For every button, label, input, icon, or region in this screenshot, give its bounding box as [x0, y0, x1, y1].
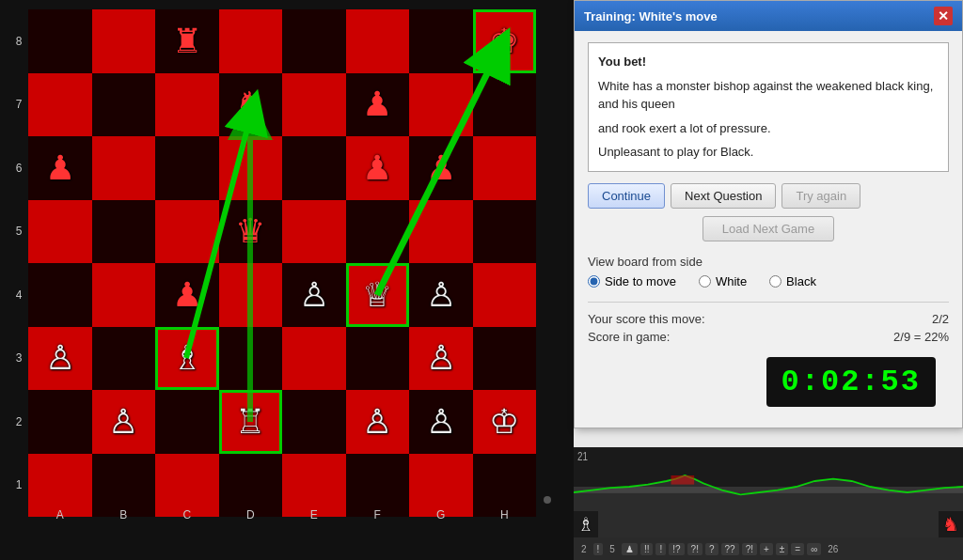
square-e2[interactable]	[282, 390, 346, 454]
chess-board[interactable]: ♜ ♚ ♞ ♟ ♟ ♟ ♟	[28, 9, 536, 517]
square-h3[interactable]	[473, 327, 537, 391]
square-c5[interactable]	[155, 200, 219, 264]
square-h2[interactable]: ♔	[473, 390, 537, 454]
square-a8[interactable]	[28, 9, 92, 73]
notation-item-1: !	[593, 543, 604, 555]
square-g2[interactable]: ♙	[409, 390, 473, 454]
square-g7[interactable]	[409, 73, 473, 137]
square-d3[interactable]	[219, 327, 283, 391]
square-f6[interactable]: ♟	[346, 136, 410, 200]
notation-item-2: !!	[640, 543, 654, 555]
radio-black[interactable]: Black	[769, 274, 816, 288]
square-f7[interactable]: ♟	[346, 73, 410, 137]
notation-item-12: ∞	[807, 543, 821, 555]
score-this-move-row: Your score this move: 2/2	[588, 312, 949, 326]
continue-button[interactable]: Continue	[588, 183, 665, 209]
score-section: Your score this move: 2/2 Score in game:…	[588, 312, 949, 344]
divider	[588, 302, 949, 303]
square-a2[interactable]	[28, 390, 92, 454]
square-b4[interactable]	[92, 263, 156, 327]
radio-group: Side to move White Black	[588, 274, 949, 288]
square-e3[interactable]	[282, 327, 346, 391]
timer-display: 0:02:53	[766, 357, 936, 407]
square-c8[interactable]: ♜	[155, 9, 219, 73]
board-container: 8 7 6 5 4 3 2 1 ♜ ♚ ♞ ♟	[9, 9, 555, 524]
thumb-knight: ♞	[942, 513, 959, 536]
square-a7[interactable]	[28, 73, 92, 137]
square-d2[interactable]: ♖	[219, 390, 283, 454]
square-d4[interactable]	[219, 263, 283, 327]
square-e5[interactable]	[282, 200, 346, 264]
square-a6[interactable]: ♟	[28, 136, 92, 200]
square-d7[interactable]: ♞	[219, 73, 283, 137]
try-again-button[interactable]: Try again	[781, 183, 860, 209]
notation-item-9: +	[760, 543, 773, 555]
corner-dot	[544, 496, 551, 504]
square-g5[interactable]	[409, 200, 473, 264]
notation-piece: ♟	[622, 543, 638, 555]
square-b8[interactable]	[92, 9, 156, 73]
radio-white[interactable]: White	[699, 274, 747, 288]
feedback-line3: Unpleasant to play for Black.	[598, 143, 939, 162]
square-a4[interactable]	[28, 263, 92, 327]
square-e6[interactable]	[282, 136, 346, 200]
notation-item-3: !	[655, 543, 666, 555]
square-c4[interactable]: ♟	[155, 263, 219, 327]
square-a3[interactable]: ♙	[28, 327, 92, 391]
square-e4[interactable]: ♙	[282, 263, 346, 327]
square-g3[interactable]: ♙	[409, 327, 473, 391]
square-h4[interactable]	[473, 263, 537, 327]
square-c2[interactable]	[155, 390, 219, 454]
notation-item-4: !?	[669, 543, 684, 555]
right-panel: Training: White's move ✕ You bet! White …	[574, 0, 963, 560]
square-f4[interactable]: ♕	[346, 263, 410, 327]
notation-item-8: ?!	[742, 543, 757, 555]
square-d8[interactable]	[219, 9, 283, 73]
piece-thumbnails-right: ♞	[939, 511, 963, 537]
notation-item-5: ?!	[687, 543, 703, 555]
square-b2[interactable]: ♙	[92, 390, 156, 454]
square-c6[interactable]	[155, 136, 219, 200]
square-c7[interactable]	[155, 73, 219, 137]
score-in-game-row: Score in game: 2/9 = 22%	[588, 330, 949, 344]
square-b3[interactable]	[92, 327, 156, 391]
square-d5[interactable]: ♛	[219, 200, 283, 264]
notation-move-5: 5	[606, 543, 619, 555]
square-h6[interactable]	[473, 136, 537, 200]
square-g8[interactable]	[409, 9, 473, 73]
square-b7[interactable]	[92, 73, 156, 137]
square-e7[interactable]	[282, 73, 346, 137]
square-f5[interactable]	[346, 200, 410, 264]
square-a5[interactable]	[28, 200, 92, 264]
notation-item-7: ??	[721, 543, 739, 555]
square-f8[interactable]	[346, 9, 410, 73]
square-f2[interactable]: ♙	[346, 390, 410, 454]
load-next-game-button[interactable]: Load Next Game	[703, 216, 834, 241]
square-h7[interactable]	[473, 73, 537, 137]
square-b6[interactable]	[92, 136, 156, 200]
square-h5[interactable]	[473, 200, 537, 264]
next-question-button[interactable]: Next Question	[671, 183, 776, 209]
square-e8[interactable]	[282, 9, 346, 73]
svg-text:21: 21	[577, 450, 588, 462]
feedback-line2: and rook exert a lot of pressure.	[598, 119, 939, 138]
square-f3[interactable]	[346, 327, 410, 391]
square-g4[interactable]: ♙	[409, 263, 473, 327]
view-board-section: View board from side Side to move White …	[588, 255, 949, 288]
file-labels: A B C D E F G H	[28, 506, 536, 524]
square-d6[interactable]	[219, 136, 283, 200]
load-next-game-row: Load Next Game	[588, 216, 949, 241]
square-g6[interactable]: ♟	[409, 136, 473, 200]
dialog-title: Training: White's move	[584, 9, 718, 23]
square-h8[interactable]: ♚	[473, 9, 537, 73]
feedback-title: You bet!	[598, 54, 646, 69]
feedback-line1: White has a monster bishop against the w…	[598, 77, 939, 114]
piece-thumbnails: ♗	[574, 511, 598, 537]
square-c3[interactable]: ♗	[155, 327, 219, 391]
radio-side-to-move[interactable]: Side to move	[588, 274, 676, 288]
score-in-game-value: 2/9 = 22%	[893, 330, 949, 344]
dialog-close-button[interactable]: ✕	[934, 7, 953, 25]
score-this-move-label: Your score this move:	[588, 312, 705, 326]
square-b5[interactable]	[92, 200, 156, 264]
training-dialog: Training: White's move ✕ You bet! White …	[574, 0, 963, 428]
